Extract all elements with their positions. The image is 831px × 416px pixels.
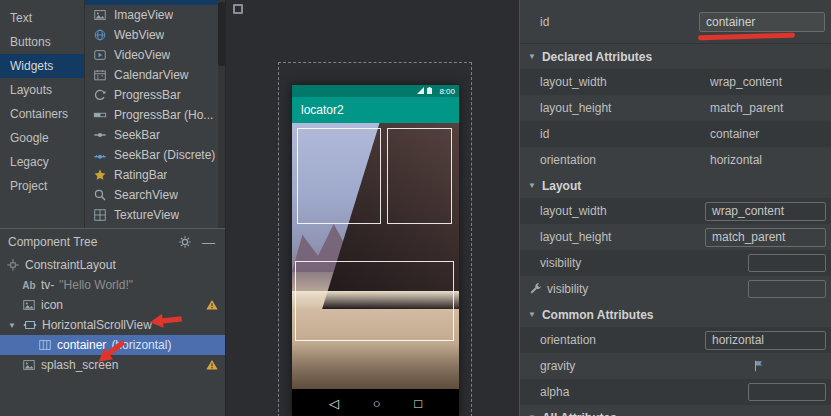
attribute-value-field[interactable]: wrap_content (705, 202, 826, 221)
wrench-icon (529, 282, 543, 296)
section-header-common-attributes[interactable]: ▼Common Attributes (520, 302, 831, 327)
attribute-label: layout_height (540, 230, 611, 244)
hscroll-icon (23, 318, 37, 332)
widget-item-calendarview[interactable]: CalendarView (85, 65, 225, 85)
tree-item-constraintlayout[interactable]: ConstraintLayout (0, 255, 225, 275)
attribute-label: visibility (540, 256, 581, 270)
attribute-value-field[interactable] (748, 254, 826, 272)
attribute-row-gravity: gravity (520, 353, 831, 379)
gear-icon[interactable] (178, 235, 192, 249)
component-tree-panel: Component Tree — ConstraintLayoutAbtv- "… (0, 228, 225, 416)
design-surface[interactable]: 8:00 locator2 ◁ ○ (225, 0, 520, 416)
scrollbar-thumb[interactable] (218, 2, 225, 66)
id-value-field[interactable]: container (699, 12, 825, 32)
linearlayout-horizontal-icon (38, 338, 52, 352)
tree-item-suffix: (horizontal) (111, 338, 171, 352)
panel-corner-icon[interactable] (233, 4, 243, 14)
section-title: Layout (542, 179, 581, 193)
tree-item-splash-screen[interactable]: splash_screen (0, 355, 225, 375)
wifi-battery-icons (416, 87, 436, 95)
attribute-label: layout_width (540, 204, 607, 218)
id-value: container (706, 15, 755, 29)
section-header-all-attributes[interactable]: ▼All Attributes (520, 405, 831, 416)
widget-item-progressbar-ho[interactable]: ProgressBar (Ho... (85, 105, 225, 125)
attribute-value-field[interactable] (748, 280, 826, 298)
attribute-value-field[interactable] (748, 383, 826, 401)
attribute-value-field[interactable]: horizontal (705, 331, 826, 350)
widget-item-progressbar[interactable]: ProgressBar (85, 85, 225, 105)
id-label: id (540, 15, 549, 29)
section-header-declared-attributes[interactable]: ▼Declared Attributes (520, 44, 831, 69)
widget-item-seekbar[interactable]: SeekBar (85, 125, 225, 145)
palette-widget-list: ImageViewWebViewVideoViewCalendarViewPro… (85, 0, 225, 228)
preview-statusbar: 8:00 (292, 85, 459, 97)
tree-item-label: tv- (41, 278, 54, 292)
palette-category-text[interactable]: Text (0, 6, 84, 30)
widget-item-seekbar-discrete[interactable]: SeekBar (Discrete) (85, 145, 225, 165)
section-header-layout[interactable]: ▼Layout (520, 173, 831, 198)
palette-category-project[interactable]: Project (0, 174, 84, 198)
attribute-value[interactable]: container (710, 127, 759, 141)
device-preview[interactable]: 8:00 locator2 ◁ ○ (292, 85, 459, 416)
widget-item-searchview[interactable]: SearchView (85, 185, 225, 205)
searchview-icon (93, 188, 107, 202)
component-tree-list: ConstraintLayoutAbtv- "Hello World!"icon… (0, 255, 225, 375)
component-tree-header: Component Tree — (0, 229, 225, 255)
android-studio-layout-editor: TextButtonsWidgetsLayoutsContainersGoogl… (0, 0, 831, 416)
attribute-row-id: idcontainer (520, 121, 831, 147)
tree-item-label: ConstraintLayout (25, 258, 116, 272)
preview-time: 8:00 (439, 87, 455, 96)
view-bounds-overlay-left[interactable] (297, 128, 381, 224)
attribute-label: gravity (540, 359, 575, 373)
tree-item-label: icon (41, 298, 63, 312)
attribute-row-layout-width: layout_widthwrap_content (520, 69, 831, 95)
selection-bounds: 8:00 locator2 ◁ ○ (278, 62, 472, 416)
preview-app-title: locator2 (301, 103, 344, 117)
attribute-value[interactable]: horizontal (710, 153, 762, 167)
attribute-value-field[interactable]: match_parent (705, 228, 826, 247)
widget-item-textureview[interactable]: TextureView (85, 205, 225, 225)
view-bounds-overlay-bottom[interactable] (295, 261, 454, 341)
widget-item-label: RatingBar (114, 168, 167, 182)
widget-item-label: ProgressBar (Ho... (114, 108, 213, 122)
calendarview-icon (93, 68, 107, 82)
tree-item-tv[interactable]: Abtv- "Hello World!" (0, 275, 225, 295)
attribute-value[interactable]: match_parent (710, 101, 783, 115)
attribute-label: alpha (540, 385, 569, 399)
preview-content[interactable] (292, 123, 459, 389)
scrolled-selection-strip (85, 0, 218, 5)
warning-icon (205, 298, 219, 312)
palette-category-buttons[interactable]: Buttons (0, 30, 84, 54)
tree-item-label: container (57, 338, 106, 352)
flag-icon (752, 359, 766, 373)
widget-item-imageview[interactable]: ImageView (85, 5, 225, 25)
widget-item-videoview[interactable]: VideoView (85, 45, 225, 65)
attribute-row-layout-width: layout_widthwrap_content (520, 198, 831, 224)
widget-item-ratingbar[interactable]: RatingBar (85, 165, 225, 185)
palette-category-containers[interactable]: Containers (0, 102, 84, 126)
progressbar-icon (93, 88, 107, 102)
tree-item-container[interactable]: container(horizontal) (0, 335, 225, 355)
widget-item-webview[interactable]: WebView (85, 25, 225, 45)
ratingbar-icon (93, 168, 107, 182)
widget-item-label: ProgressBar (114, 88, 181, 102)
attribute-value[interactable]: wrap_content (710, 75, 782, 89)
tree-item-label: HorizontalScrollView (42, 318, 152, 332)
palette-category-widgets[interactable]: Widgets (0, 54, 84, 78)
palette-category-layouts[interactable]: Layouts (0, 78, 84, 102)
attribute-label: layout_height (540, 101, 611, 115)
preview-appbar: locator2 (292, 97, 459, 123)
tree-item-label: splash_screen (41, 358, 118, 372)
attribute-row-orientation: orientationhorizontal (520, 327, 831, 353)
left-column: TextButtonsWidgetsLayoutsContainersGoogl… (0, 0, 225, 416)
videoview-icon (93, 48, 107, 62)
palette-category-google[interactable]: Google (0, 126, 84, 150)
tree-item-horizontalscrollview[interactable]: ▼HorizontalScrollView (0, 315, 225, 335)
palette-category-legacy[interactable]: Legacy (0, 150, 84, 174)
home-icon: ○ (373, 396, 381, 411)
minimize-icon[interactable]: — (202, 236, 215, 249)
tree-item-icon[interactable]: icon (0, 295, 225, 315)
widget-list-scrollbar[interactable] (218, 0, 225, 228)
annotation-red-underline (698, 32, 795, 40)
view-bounds-overlay-right[interactable] (387, 128, 452, 224)
